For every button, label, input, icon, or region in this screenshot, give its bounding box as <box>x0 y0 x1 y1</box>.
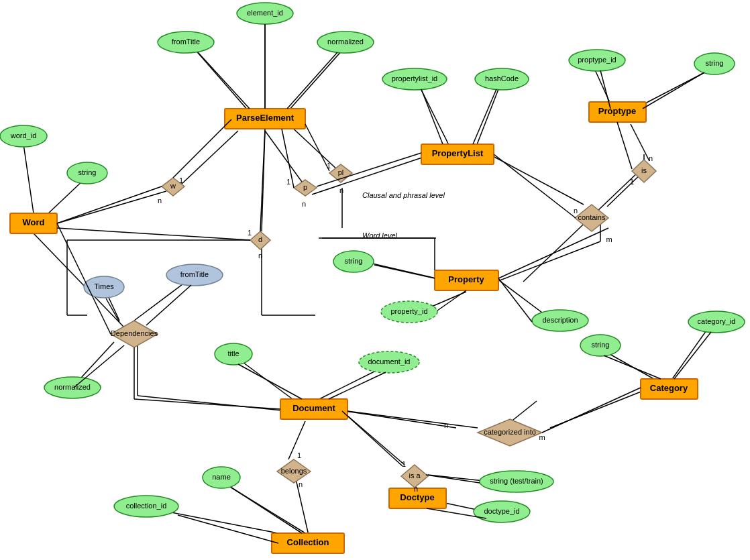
svg-line-81 <box>494 154 576 218</box>
svg-line-2 <box>57 191 166 223</box>
attr-word-id-label: word_id <box>10 131 37 139</box>
svg-line-40 <box>345 411 456 428</box>
entity-category-label: Category <box>650 383 688 393</box>
attr-title-label: title <box>227 349 239 357</box>
attr-proptype-id-label: proptype_id <box>578 56 617 64</box>
card-belongs-1: 1 <box>297 451 301 459</box>
svg-line-86 <box>329 372 386 399</box>
card-p-n: n <box>302 200 306 208</box>
diagram-svg: .entity-rect { fill: #FFA500; stroke: #C… <box>0 0 750 560</box>
svg-line-71 <box>198 52 250 109</box>
svg-line-24 <box>523 171 639 282</box>
rel-is-label: is <box>641 166 647 174</box>
rel-dependencies-label: Dependencies <box>111 329 158 337</box>
svg-line-44 <box>604 351 657 381</box>
role-times-label: Times <box>94 282 114 290</box>
rel-w-label: w <box>170 182 176 190</box>
svg-line-19 <box>493 156 584 205</box>
svg-line-76 <box>317 153 421 186</box>
svg-line-61 <box>542 388 641 433</box>
entity-proptype-label: Proptype <box>598 106 636 116</box>
rel-belongs-label: belongs <box>281 467 307 475</box>
svg-line-69 <box>421 89 443 144</box>
label-clausal-phrasal: Clausal and phrasal level <box>362 191 445 199</box>
entity-word-label: Word <box>23 217 45 227</box>
card-isa-1: 1 <box>402 460 406 468</box>
attr-property-id-label: property_id <box>390 307 427 315</box>
rel-categorized-into-label: categorized into <box>484 428 536 436</box>
svg-line-4 <box>195 49 248 111</box>
rel-contains-label: contains <box>578 213 606 221</box>
svg-line-83 <box>617 122 632 169</box>
svg-line-68 <box>643 72 704 109</box>
svg-line-73 <box>287 52 337 109</box>
svg-line-0 <box>23 144 34 213</box>
svg-line-78 <box>305 124 329 171</box>
attr-normalized-top-label: normalized <box>327 38 364 46</box>
svg-line-57 <box>74 345 124 388</box>
svg-line-9 <box>288 124 339 171</box>
svg-line-7 <box>265 131 305 186</box>
attr-name-label: name <box>212 473 231 481</box>
card-belongs-n: n <box>299 480 303 488</box>
svg-line-21 <box>496 241 600 282</box>
entity-document-label: Document <box>292 403 335 413</box>
svg-line-1 <box>47 180 84 215</box>
svg-line-47 <box>138 396 288 411</box>
attr-element-id-label: element_id <box>247 9 283 17</box>
card-d-n: n <box>258 251 262 260</box>
card-w-word: n <box>158 197 162 205</box>
card-contains-n: n <box>574 207 578 215</box>
attr-property-string-label: string <box>345 257 363 265</box>
attr-proptype-string-label: string <box>706 59 724 67</box>
rel-is-a-label: is a <box>409 471 421 480</box>
svg-line-92 <box>426 475 480 483</box>
attr-category-string-label: string <box>592 341 610 349</box>
card-pl-1: 1 <box>327 162 331 170</box>
card-isa-n: n <box>414 485 418 493</box>
er-diagram: .entity-rect { fill: #FFA500; stroke: #C… <box>0 0 750 560</box>
card-cat-n: n <box>444 421 448 429</box>
svg-line-6 <box>288 50 342 111</box>
attr-hashcode-label: hashCode <box>485 74 519 82</box>
svg-line-75 <box>57 186 162 223</box>
svg-line-85 <box>238 364 302 399</box>
role-fromtitle-label: fromTitle <box>180 270 209 278</box>
entity-propertylist-label: PropertyList <box>432 148 484 158</box>
svg-line-63 <box>604 355 661 379</box>
card-is-n: n <box>649 154 653 162</box>
rel-d-label: d <box>258 235 262 243</box>
rel-p-label: p <box>303 183 307 191</box>
svg-line-59 <box>146 285 191 325</box>
attr-fromtitle-top-label: fromTitle <box>172 38 200 46</box>
svg-line-65 <box>437 290 466 311</box>
svg-line-90 <box>342 411 403 466</box>
svg-line-3 <box>181 131 238 184</box>
attr-category-id-label: category_id <box>698 317 736 325</box>
entity-collection-label: Collection <box>287 537 329 547</box>
card-is-1: 1 <box>630 178 634 186</box>
rel-pl-label: pl <box>338 168 344 176</box>
svg-line-56 <box>134 399 280 409</box>
entity-doctype-label: Doctype <box>400 492 434 502</box>
svg-line-62 <box>674 332 711 379</box>
svg-line-64 <box>374 265 435 278</box>
card-contains-m: m <box>606 235 612 243</box>
entity-parseelement-label: ParseElement <box>236 113 294 123</box>
svg-line-43 <box>671 329 708 381</box>
svg-line-87 <box>178 515 278 543</box>
attr-collection-id-label: collection_id <box>126 502 167 510</box>
attr-doctype-id-label: doctype_id <box>484 507 519 515</box>
svg-line-74 <box>173 119 231 178</box>
attr-description-label: description <box>542 316 578 324</box>
attr-word-string-label: string <box>78 168 97 176</box>
svg-line-30 <box>315 368 382 401</box>
card-p-1: 1 <box>286 178 290 186</box>
svg-line-82 <box>498 228 608 278</box>
attr-document-id-label: document_id <box>368 357 411 366</box>
svg-line-23 <box>631 124 649 161</box>
svg-line-60 <box>347 411 478 428</box>
svg-line-91 <box>416 488 417 488</box>
svg-line-80 <box>57 228 250 240</box>
card-pl-n: n <box>339 186 343 194</box>
